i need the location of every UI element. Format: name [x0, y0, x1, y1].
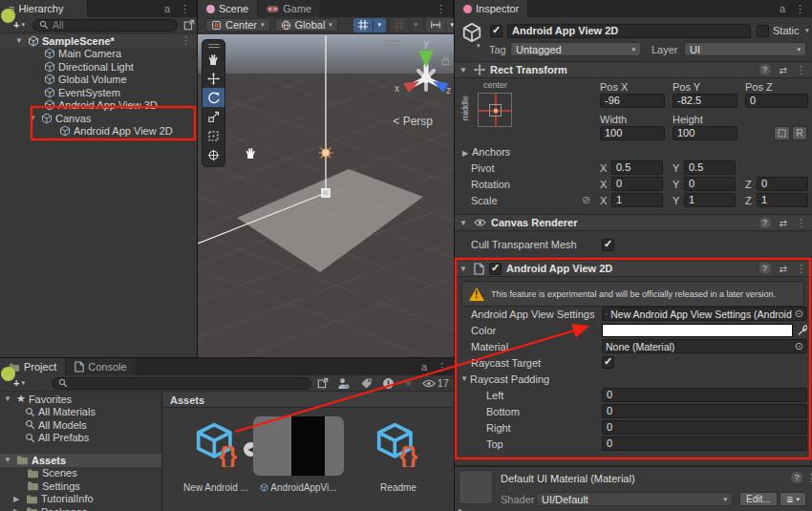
gameobject-cube-icon[interactable]	[460, 22, 483, 43]
static-dropdown-icon[interactable]: ▾	[805, 27, 809, 34]
rect-transform-header[interactable]: ▼ Rect Transform ? ⇄ ⋮	[455, 61, 812, 78]
favorites-all-prefabs[interactable]: All Prefabs	[0, 432, 161, 445]
lock-icon[interactable]: a	[780, 3, 785, 14]
assets-breadcrumb[interactable]: Assets	[163, 393, 454, 408]
foldout-icon[interactable]: ▼	[459, 265, 469, 273]
filter-type-icon[interactable]	[337, 377, 350, 390]
material-preview-thumbnail[interactable]	[459, 470, 493, 504]
tab-inspector[interactable]: Inspector	[455, 0, 528, 17]
move-tool-button[interactable]	[203, 69, 224, 88]
raycast-padding-foldout[interactable]: ▼ Raycast Padding	[455, 371, 812, 387]
orientation-button[interactable]: Global ▾	[275, 18, 338, 32]
view-tool-button[interactable]	[203, 50, 224, 69]
lock-icon[interactable]: a	[421, 361, 427, 373]
pivot-y-field[interactable]: 0.5	[684, 160, 736, 175]
object-picker-icon[interactable]: ⊙	[795, 308, 803, 320]
scale-z-field[interactable]: 1	[757, 193, 808, 207]
active-checkbox[interactable]	[490, 25, 502, 37]
material-menu-icon[interactable]: ⋮	[806, 472, 812, 484]
favorites-root[interactable]: ▼ ★ Favorites	[0, 393, 161, 406]
material-object-field[interactable]: None (Material) ⊙	[602, 339, 807, 353]
object-picker-icon[interactable]: ⊙	[795, 340, 803, 352]
padding-bottom-field[interactable]: 0	[602, 404, 807, 418]
padding-top-field[interactable]: 0	[602, 436, 807, 451]
width-field[interactable]: 100	[600, 126, 665, 140]
asset-readme[interactable]	[375, 421, 421, 467]
hierarchy-item[interactable]: Global Volume	[0, 74, 197, 87]
overlay-grip[interactable]	[203, 42, 224, 50]
raw-mode-button[interactable]: R	[792, 126, 807, 140]
component-menu-icon[interactable]: ⋮	[796, 263, 806, 275]
static-checkbox[interactable]	[757, 25, 769, 37]
pos-z-field[interactable]: 0	[745, 94, 808, 108]
scale-link-icon[interactable]: ⊘	[582, 194, 590, 206]
hierarchy-item-android-app-view-2d[interactable]: Android App View 2D	[0, 125, 197, 138]
hierarchy-item[interactable]: Main Camera	[0, 48, 197, 61]
scene-row[interactable]: ▼ SampleScene* ⋮	[0, 34, 197, 48]
presets-icon[interactable]: ⇄	[780, 264, 787, 274]
shader-list-button[interactable]: ≣ ▾	[780, 492, 806, 506]
open-window-icon[interactable]	[183, 19, 195, 31]
padding-left-field[interactable]: 0	[602, 388, 807, 402]
asset-new-android-app-view-settings[interactable]	[195, 421, 241, 467]
canvas-renderer-header[interactable]: ▼ Canvas Renderer ? ⇄ ⋮	[455, 214, 812, 231]
tag-dropdown[interactable]: Untagged▾	[510, 42, 641, 56]
filter-label-icon[interactable]	[360, 377, 373, 390]
create-button[interactable]: +	[13, 377, 19, 389]
pos-y-field[interactable]: -82.5	[673, 94, 737, 108]
lock-icon[interactable]: a	[164, 3, 170, 14]
scale-x-field[interactable]: 1	[611, 193, 663, 207]
asset-label-readme[interactable]: Readme	[351, 482, 446, 493]
pivot-mode-button[interactable]: Center ▾	[205, 18, 270, 32]
add-button[interactable]: +	[13, 19, 19, 31]
folder-scenes[interactable]: Scenes	[0, 467, 161, 480]
icon-dropdown-arrow[interactable]: ▾	[477, 42, 481, 50]
create-dropdown-icon[interactable]: ▾	[21, 379, 25, 387]
eyedropper-icon[interactable]	[797, 325, 807, 336]
favorites-all-models[interactable]: All Models	[0, 418, 161, 432]
foldout-icon[interactable]: ▼	[15, 36, 25, 45]
orientation-gizmo[interactable]: y x z	[375, 34, 452, 113]
assets-root-folder[interactable]: ▼ Assets	[0, 454, 161, 467]
grid-snap-toggle[interactable]: ▾	[353, 18, 386, 32]
transform-tool-button[interactable]	[203, 145, 224, 164]
panel-menu-icon[interactable]: ⋮	[795, 3, 805, 15]
shader-dropdown[interactable]: UI/Default▾	[536, 492, 733, 506]
tab-console[interactable]: Console	[66, 358, 136, 375]
hierarchy-item[interactable]: EventSystem	[0, 86, 197, 99]
open-window-icon[interactable]	[317, 377, 329, 389]
add-dropdown-icon[interactable]: ▾	[21, 21, 25, 29]
increment-snap-toggle[interactable]: ▾	[390, 18, 422, 32]
panel-menu-icon[interactable]: ⋮	[437, 361, 447, 373]
blueprint-mode-button[interactable]	[774, 126, 790, 140]
component-menu-icon[interactable]: ⋮	[796, 217, 806, 229]
panel-menu-icon[interactable]: ⋮	[180, 3, 190, 15]
component-menu-icon[interactable]: ⋮	[796, 64, 806, 76]
material-foldout-icon[interactable]: ▶	[459, 507, 468, 511]
hierarchy-item[interactable]: Android App View 3D	[0, 99, 197, 113]
rotation-x-field[interactable]: 0	[611, 177, 663, 191]
height-field[interactable]: 100	[673, 126, 737, 140]
project-search-input[interactable]	[52, 377, 311, 390]
help-icon[interactable]: ?	[759, 217, 771, 228]
presets-icon[interactable]: ⇄	[780, 218, 787, 228]
raycast-target-checkbox[interactable]	[602, 356, 614, 369]
anchors-foldout[interactable]: ▶Anchors	[462, 146, 510, 158]
app-view-settings-object-field[interactable]: New Android App View Settings (Android ⊙	[602, 307, 807, 321]
padding-right-field[interactable]: 0	[602, 420, 807, 435]
asset-label-androidappview[interactable]: AndroidAppVi...	[253, 482, 344, 493]
folder-packages[interactable]: ▶ Packages	[0, 505, 161, 511]
folder-settings[interactable]: Settings	[0, 479, 161, 493]
anchor-preset-widget[interactable]	[478, 93, 512, 127]
favorites-all-materials[interactable]: All Materials	[0, 406, 161, 419]
gameobject-name-field[interactable]: Android App View 2D	[507, 24, 751, 38]
help-icon[interactable]: ?	[791, 472, 802, 483]
foldout-icon[interactable]: ▼	[29, 114, 38, 122]
pos-x-field[interactable]: -96	[600, 94, 665, 108]
help-icon[interactable]: ?	[759, 64, 771, 75]
help-icon[interactable]: ?	[759, 263, 771, 274]
hierarchy-item-canvas[interactable]: ▼ Canvas	[0, 112, 197, 125]
foldout-icon[interactable]: ▼	[459, 219, 469, 227]
component-enabled-checkbox[interactable]	[489, 263, 502, 275]
favorites-star-icon[interactable]: ★	[403, 376, 414, 390]
